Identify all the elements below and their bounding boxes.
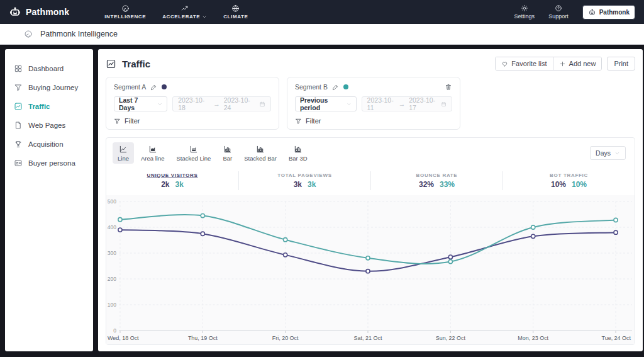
- svg-text:100: 100: [108, 302, 116, 308]
- sidebar-item-buying-journey[interactable]: Buying Journey: [14, 78, 93, 97]
- nav-label-climate: CLIMATE: [223, 14, 248, 20]
- favorite-list-button[interactable]: Favorite list: [496, 57, 552, 70]
- segment-a-panel: Segment A Last 7 Days 2023-10-18: [106, 77, 279, 130]
- chart-type-bar-3d[interactable]: Bar 3D: [284, 142, 313, 164]
- segment-a-date-from: 2023-10-18: [178, 96, 209, 111]
- sidebar-item-buyer-persona[interactable]: Buyer persona: [14, 154, 93, 173]
- trash-icon[interactable]: [445, 83, 452, 91]
- trophy-icon: [14, 140, 23, 149]
- pencil-icon[interactable]: [332, 84, 339, 91]
- nav-label-intelligence: INTELLIGENCE: [104, 14, 146, 20]
- metric-label: BOT TRAFFIC: [503, 173, 635, 178]
- segment-b-range-select[interactable]: Previous period: [295, 96, 357, 111]
- stacked-bar-icon: [256, 145, 265, 154]
- metric-bounce-rate[interactable]: BOUNCE RATE 32% 33%: [370, 171, 502, 190]
- metric-label: UNIQUE VISITORS: [106, 173, 238, 178]
- chart-card: Line Area line Stacked Line: [106, 137, 635, 345]
- help-icon: [555, 4, 562, 12]
- metric-label: TOTAL PAGEVIEWS: [239, 173, 370, 178]
- add-new-button[interactable]: Add new: [553, 57, 602, 70]
- chart-type-stacked-bar[interactable]: Stacked Bar: [239, 142, 282, 164]
- pencil-icon[interactable]: [150, 84, 157, 91]
- nav-item-climate[interactable]: CLIMATE: [223, 4, 248, 20]
- sidebar-label: Dashboard: [28, 65, 64, 72]
- chart-type-tabs: Line Area line Stacked Line: [113, 142, 313, 164]
- segment-a-name: Segment A: [114, 83, 146, 91]
- robot-logo-icon: [9, 6, 21, 18]
- chevron-down-icon: [202, 14, 207, 20]
- line-chart-icon: [119, 145, 128, 154]
- interval-select-wrap: Days: [590, 146, 626, 160]
- account-button[interactable]: Pathmonk: [582, 5, 635, 20]
- segment-a-date-range[interactable]: 2023-10-18 → 2023-10-24: [172, 96, 271, 111]
- intelligence-icon: [121, 4, 130, 13]
- segment-b-date-range[interactable]: 2023-10-11 → 2023-10-17: [362, 96, 452, 111]
- breadcrumb-label[interactable]: Pathmonk Intelligence: [40, 30, 118, 38]
- sidebar: Dashboard Buying Journey Traffic Web Pag…: [5, 49, 93, 351]
- nav-item-intelligence[interactable]: INTELLIGENCE: [104, 4, 146, 20]
- metric-total-pageviews[interactable]: TOTAL PAGEVIEWS 3k 3k: [238, 171, 370, 190]
- sidebar-item-acquisition[interactable]: Acquisition: [14, 135, 93, 154]
- funnel-icon: [14, 83, 23, 92]
- metric-value-segment-a: 10%: [551, 180, 566, 189]
- metric-value-segment-b: 3k: [175, 180, 184, 189]
- gear-icon: [521, 4, 528, 12]
- chart-type-area-line[interactable]: Area line: [136, 142, 170, 164]
- segment-b-filter-button[interactable]: Filter: [295, 117, 321, 125]
- stacked-area-icon: [189, 145, 198, 154]
- segment-a-filter-button[interactable]: Filter: [114, 117, 140, 125]
- chart-type-bar[interactable]: Bar: [218, 142, 237, 164]
- svg-text:Fri, 20 Oct: Fri, 20 Oct: [272, 335, 299, 341]
- segment-a-range-select[interactable]: Last 7 Days: [114, 96, 167, 111]
- climate-icon: [231, 4, 240, 13]
- arrow-right-icon: →: [213, 100, 220, 108]
- svg-text:Tue, 24 Oct: Tue, 24 Oct: [602, 335, 631, 341]
- metric-bot-traffic[interactable]: BOT TRAFFIC 10% 10%: [502, 171, 635, 190]
- sidebar-label: Web Pages: [28, 122, 65, 129]
- sidebar-item-web-pages[interactable]: Web Pages: [14, 116, 93, 135]
- add-new-label: Add new: [569, 60, 596, 67]
- segment-b-date-to: 2023-10-17: [409, 96, 437, 111]
- chevron-down-icon: [614, 150, 620, 156]
- accelerate-icon: [180, 4, 189, 13]
- id-badge-icon: [14, 159, 23, 167]
- document-icon: [14, 121, 23, 130]
- segment-b-color-dot: [343, 84, 348, 89]
- topbar-actions: Settings Support Pathmonk: [514, 4, 635, 20]
- workspace: Dashboard Buying Journey Traffic Web Pag…: [0, 45, 644, 357]
- segment-a-color-dot: [162, 84, 167, 89]
- metric-unique-visitors[interactable]: UNIQUE VISITORS 2k 3k: [106, 171, 238, 190]
- top-navigation: INTELLIGENCE ACCELERATE CLIMATE: [104, 4, 248, 20]
- breadcrumb: Pathmonk Intelligence: [0, 24, 644, 45]
- chart-type-label: Area line: [141, 155, 165, 162]
- print-button[interactable]: Print: [607, 57, 635, 71]
- traffic-chart-svg: 0100200300400500Wed, 18 OctThu, 19 OctFr…: [106, 195, 635, 344]
- segment-a-date-to: 2023-10-24: [224, 96, 255, 111]
- sidebar-item-traffic[interactable]: Traffic: [14, 97, 93, 116]
- interval-value: Days: [596, 149, 611, 157]
- page-header: Traffic Favorite list Add new: [106, 55, 635, 72]
- area-chart-icon: [148, 145, 157, 154]
- sidebar-item-dashboard[interactable]: Dashboard: [14, 59, 93, 78]
- brand-logo[interactable]: Pathmonk: [9, 6, 69, 18]
- favorite-add-group: Favorite list Add new: [495, 57, 602, 71]
- chart-type-label: Bar: [223, 155, 232, 162]
- bar-3d-icon: [294, 145, 303, 154]
- support-button[interactable]: Support: [548, 4, 569, 20]
- segment-panels: Segment A Last 7 Days 2023-10-18: [106, 77, 635, 130]
- chart-type-line[interactable]: Line: [113, 142, 134, 164]
- nav-item-accelerate[interactable]: ACCELERATE: [162, 4, 207, 20]
- sidebar-label: Traffic: [28, 103, 50, 110]
- traffic-line-chart: 0100200300400500Wed, 18 OctThu, 19 OctFr…: [106, 195, 635, 344]
- chart-type-label: Line: [118, 155, 129, 162]
- topbar: Pathmonk INTELLIGENCE ACCELERATE CLIMATE: [0, 0, 644, 24]
- settings-button[interactable]: Settings: [514, 4, 535, 20]
- robot-icon: [588, 8, 596, 16]
- sidebar-label: Buyer persona: [28, 159, 75, 167]
- metric-value-segment-a: 32%: [419, 180, 434, 189]
- brand-name: Pathmonk: [26, 7, 69, 17]
- interval-select[interactable]: Days: [590, 146, 626, 160]
- chart-type-stacked-line[interactable]: Stacked Line: [171, 142, 216, 164]
- chevron-down-icon: [157, 101, 162, 107]
- main-content: Traffic Favorite list Add new: [98, 49, 643, 351]
